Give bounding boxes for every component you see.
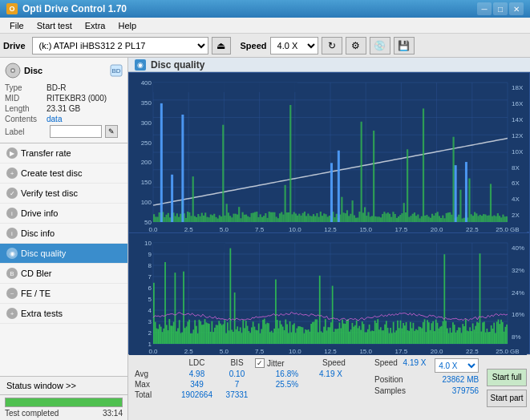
sidebar-item-cd-bler[interactable]: B CD Bler xyxy=(0,264,127,284)
drive-info-label: Drive info xyxy=(21,208,58,218)
speed-col-header: Speed xyxy=(322,358,362,368)
status-text-row: Test completed 33:14 xyxy=(5,409,123,418)
sidebar-item-transfer-rate[interactable]: ▶ Transfer rate xyxy=(0,143,127,164)
disc-quality-title: Disc quality xyxy=(151,59,204,71)
label-row: Label ✎ xyxy=(5,125,123,138)
y-r-10x: 10X xyxy=(510,148,529,155)
disc-title: Disc xyxy=(24,66,42,75)
avg-speed: 4.19 X xyxy=(319,370,363,378)
samples-row: Samples 379756 xyxy=(374,386,479,395)
svg-text:BD: BD xyxy=(111,67,120,75)
disc-info-icon: i xyxy=(6,228,18,239)
y-r-32: 32% xyxy=(510,267,529,274)
status-window-button[interactable]: Status window >> xyxy=(0,376,127,394)
total-label: Total xyxy=(135,390,175,399)
y-r-16: 16% xyxy=(510,311,529,318)
start-full-button[interactable]: Start full xyxy=(487,369,527,386)
max-label: Max xyxy=(135,380,175,389)
sidebar-item-disc-quality[interactable]: ◉ Disc quality xyxy=(0,244,127,264)
menu-start-test[interactable]: Start test xyxy=(30,19,79,32)
app-icon: O xyxy=(6,3,18,14)
speed-dropdown[interactable]: 4.0 X xyxy=(435,358,479,373)
top-chart: LDC Read speed Write speed 18X 16X 14X xyxy=(128,72,530,232)
sidebar-item-extra-tests[interactable]: + Extra tests xyxy=(0,304,127,324)
label-key: Label xyxy=(5,127,47,136)
stats-header: LDC BIS ✓ Jitter Speed xyxy=(135,358,363,368)
maximize-button[interactable]: □ xyxy=(493,2,508,15)
progress-area: Test completed 33:14 xyxy=(0,394,127,420)
avg-bis: 0.10 xyxy=(219,370,255,378)
drive-toolbar: Drive (k:) ATAPI iHBS312 2 PL17 ⏏ Speed … xyxy=(0,34,530,58)
stats-table: LDC BIS ✓ Jitter Speed Avg 4.98 0.10 16.… xyxy=(128,355,370,420)
y-r-2x: 2X xyxy=(510,212,529,219)
sidebar-item-fe-te[interactable]: ~ FE / TE xyxy=(0,284,127,304)
label-input[interactable] xyxy=(50,125,102,138)
top-chart-canvas xyxy=(129,73,527,233)
stats-buttons: Start full Start part xyxy=(483,355,530,420)
disc-quality-header: ◉ Disc quality xyxy=(128,58,530,72)
content-area: ◉ Disc quality LDC Read speed xyxy=(128,58,530,420)
speed-select[interactable]: 4.0 X xyxy=(270,37,318,55)
total-ldc: 1902664 xyxy=(175,390,219,399)
avg-label: Avg xyxy=(135,370,175,378)
close-button[interactable]: ✕ xyxy=(509,2,524,15)
extra-tests-label: Extra tests xyxy=(21,309,63,318)
type-val: BD-R xyxy=(47,83,66,92)
disc-info-panel: Disc BD Type BD-R MID RITEKBR3 (000) Len… xyxy=(0,58,127,143)
disc-quality-label: Disc quality xyxy=(21,248,66,258)
progress-bar-fill xyxy=(6,398,122,406)
settings-button[interactable]: ⚙ xyxy=(346,37,366,55)
length-val: 23.31 GB xyxy=(47,104,80,113)
menu-bar: File Start test Extra Help xyxy=(0,18,530,34)
ldc-col-header: LDC xyxy=(175,358,219,368)
app-title: Opti Drive Control 1.70 xyxy=(22,3,127,14)
start-part-button[interactable]: Start part xyxy=(487,390,527,407)
jitter-checkbox-container: ✓ Jitter xyxy=(255,358,319,368)
avg-ldc: 4.98 xyxy=(175,370,219,378)
title-controls: ─ □ ✕ xyxy=(477,2,524,15)
refresh-button[interactable]: ↻ xyxy=(322,37,342,55)
verify-label: Verify test disc xyxy=(21,188,78,198)
y-r-4x: 4X xyxy=(510,196,529,203)
stats-avg-row: Avg 4.98 0.10 16.8% 4.19 X xyxy=(135,370,363,378)
drive-info-icon: i xyxy=(6,208,18,219)
jitter-col-header: Jitter xyxy=(267,359,285,368)
save-button[interactable]: 💾 xyxy=(394,37,415,55)
svg-point-2 xyxy=(12,70,14,72)
minimize-button[interactable]: ─ xyxy=(477,2,492,15)
y-r-40: 40% xyxy=(510,244,529,252)
menu-help[interactable]: Help xyxy=(111,19,143,32)
top-chart-y-axis-right: 18X 16X 14X 12X 10X 8X 6X 4X 2X xyxy=(510,83,529,220)
nav-menu: ▶ Transfer rate + Create test disc ✓ Ver… xyxy=(0,143,127,376)
sidebar-item-drive-info[interactable]: i Drive info xyxy=(0,204,127,224)
sidebar-item-verify-test-disc[interactable]: ✓ Verify test disc xyxy=(0,184,127,204)
position-row: Position 23862 MB xyxy=(374,375,479,384)
y-r-8x: 8X xyxy=(510,164,529,172)
disc-button[interactable]: 💿 xyxy=(370,37,390,55)
contents-key: Contents xyxy=(5,115,47,123)
drive-select[interactable]: (k:) ATAPI iHBS312 2 PL17 xyxy=(32,37,208,55)
position-value: 23862 MB xyxy=(443,375,479,384)
stats-total-row: Total 1902664 37331 xyxy=(135,390,363,399)
main-layout: Disc BD Type BD-R MID RITEKBR3 (000) Len… xyxy=(0,58,530,420)
speed-display-value: 4.19 X xyxy=(403,358,427,373)
menu-extra[interactable]: Extra xyxy=(79,19,112,32)
speed-row: Speed 4.19 X 4.0 X xyxy=(374,358,479,373)
create-test-icon: + xyxy=(6,168,18,179)
contents-val: data xyxy=(47,115,62,123)
speed-label: Speed xyxy=(241,41,267,50)
y-r-14x: 14X xyxy=(510,116,529,123)
eject-button[interactable]: ⏏ xyxy=(212,37,231,55)
jitter-checkbox[interactable]: ✓ xyxy=(255,358,265,368)
samples-value: 379756 xyxy=(452,386,479,395)
sidebar-item-disc-info[interactable]: i Disc info xyxy=(0,224,127,244)
cd-bler-icon: B xyxy=(6,268,18,279)
sidebar-item-create-test-disc[interactable]: + Create test disc xyxy=(0,164,127,184)
total-bis: 37331 xyxy=(219,390,255,399)
bottom-chart-canvas xyxy=(129,233,527,355)
y-r-18x: 18X xyxy=(510,84,529,91)
label-edit-button[interactable]: ✎ xyxy=(105,125,118,138)
menu-file[interactable]: File xyxy=(3,19,30,32)
drive-label: Drive xyxy=(3,41,26,50)
y-r-8: 8% xyxy=(510,333,529,341)
